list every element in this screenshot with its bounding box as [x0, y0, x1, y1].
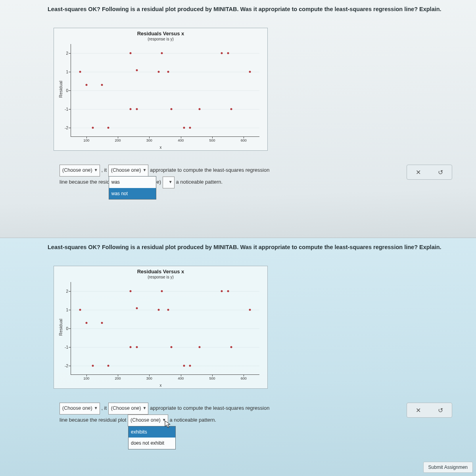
data-point	[183, 127, 185, 129]
option-wasnot[interactable]: was not	[109, 188, 156, 200]
data-point	[92, 127, 94, 129]
data-point	[221, 290, 223, 292]
question-panel-top: Least-squares OK? Following is a residua…	[0, 0, 476, 238]
data-point	[85, 84, 87, 86]
data-point	[183, 365, 185, 367]
dropdown-wasnot-bot[interactable]: (Choose one)	[108, 403, 149, 415]
xtick-label: 300	[146, 375, 152, 380]
ytick-label: 2	[66, 51, 71, 56]
data-point	[79, 71, 81, 73]
dropdown-yesno-top[interactable]: (Choose one)	[60, 165, 100, 177]
data-point	[129, 52, 131, 54]
data-point	[101, 84, 103, 86]
data-point	[136, 346, 138, 348]
xtick-label: 600	[241, 375, 247, 380]
ytick-label: -2	[65, 363, 71, 368]
data-point	[92, 365, 94, 367]
dropdown-wasnot-top[interactable]: (Choose one) was was not	[108, 165, 149, 177]
data-point	[129, 290, 131, 292]
reset-icon[interactable]: ↺	[436, 167, 446, 177]
question-bold: Least-squares OK?	[48, 6, 100, 12]
ytick-label: 2	[66, 289, 71, 294]
x-axis-label: x	[54, 145, 267, 150]
data-point	[230, 346, 232, 348]
data-point	[167, 309, 169, 311]
dropdown-exhibits-bot[interactable]: (Choose one) exhibits does not exhibit	[128, 415, 168, 426]
question-text: Least-squares OK? Following is a residua…	[48, 6, 468, 13]
data-point	[129, 346, 131, 348]
ytick-label: 1	[66, 308, 71, 312]
question-panel-bottom: Least-squares OK? Following is a residua…	[0, 238, 476, 476]
residual-plot-top: Residuals Versus x (response is y) Resid…	[54, 28, 268, 151]
plot-subtitle: (response is y)	[54, 37, 267, 41]
ytick-label: -1	[65, 345, 71, 349]
submit-button[interactable]: Submit Assignmen	[423, 462, 473, 473]
option-was[interactable]: was	[109, 177, 156, 188]
data-point	[161, 290, 163, 292]
xtick-label: 100	[83, 375, 89, 380]
data-point	[79, 309, 81, 311]
question-text-b: Least-squares OK? Following is a residua…	[48, 244, 468, 251]
plot-area-top: -2-1012100200300400500600	[71, 44, 259, 137]
data-point	[101, 322, 103, 324]
xtick-label: 200	[115, 375, 121, 380]
x-axis-label-b: x	[54, 383, 267, 388]
xtick-label: 300	[146, 137, 152, 142]
data-point	[136, 307, 138, 309]
xtick-label: 500	[209, 137, 215, 142]
plot-title-b: Residuals Versus x	[54, 269, 267, 274]
ytick-label: 0	[66, 326, 71, 331]
data-point	[107, 365, 109, 367]
data-point	[170, 108, 172, 110]
dropdown-exhibits-menu[interactable]: exhibits does not exhibit	[128, 426, 176, 450]
y-axis-label: Residual	[58, 81, 63, 98]
data-point	[189, 365, 191, 367]
answer-toolbar-bot: ✕ ↺	[407, 403, 452, 418]
ytick-label: -1	[65, 107, 71, 111]
plot-area-bottom: -2-1012100200300400500600	[71, 282, 259, 375]
data-point	[230, 108, 232, 110]
y-axis-label-b: Residual	[58, 319, 63, 336]
data-point	[161, 52, 163, 54]
data-point	[170, 346, 172, 348]
data-point	[221, 52, 223, 54]
data-point	[158, 71, 160, 73]
answer-sentence-top: (Choose one) , it (Choose one) was was n…	[60, 165, 460, 188]
data-point	[136, 69, 138, 71]
reset-icon-b[interactable]: ↺	[436, 405, 446, 415]
cursor-icon	[165, 420, 171, 428]
question-bold-b: Least-squares OK?	[48, 244, 100, 250]
data-point	[227, 290, 229, 292]
dropdown-yesno-bot[interactable]: (Choose one)	[60, 403, 100, 415]
close-icon-b[interactable]: ✕	[413, 405, 423, 415]
ytick-label: 0	[66, 88, 71, 93]
xtick-label: 400	[178, 375, 184, 380]
data-point	[227, 52, 229, 54]
answer-toolbar-top: ✕ ↺	[407, 165, 452, 180]
data-point	[189, 127, 191, 129]
xtick-label: 600	[241, 137, 247, 142]
data-point	[167, 71, 169, 73]
ytick-label: -2	[65, 125, 71, 130]
plot-title: Residuals Versus x	[54, 31, 267, 36]
close-icon[interactable]: ✕	[413, 167, 423, 177]
dropdown-partial-top[interactable]	[163, 177, 175, 188]
xtick-label: 500	[209, 375, 215, 380]
plot-subtitle-b: (response is y)	[54, 275, 267, 279]
option-doesnot[interactable]: does not exhibit	[129, 438, 175, 449]
data-point	[249, 71, 251, 73]
answer-sentence-bottom: (Choose one) , it (Choose one) appropria…	[60, 403, 460, 426]
residual-plot-bottom: Residuals Versus x (response is y) Resid…	[54, 266, 268, 389]
dropdown-wasnot-menu-top[interactable]: was was not	[109, 176, 156, 200]
data-point	[158, 309, 160, 311]
data-point	[107, 127, 109, 129]
question-rest-b: Following is a residual plot produced by…	[100, 244, 441, 250]
ytick-label: 1	[66, 70, 71, 74]
data-point	[199, 346, 201, 348]
data-point	[249, 309, 251, 311]
data-point	[85, 322, 87, 324]
data-point	[199, 108, 201, 110]
xtick-label: 100	[83, 137, 89, 142]
xtick-label: 400	[178, 137, 184, 142]
data-point	[136, 108, 138, 110]
